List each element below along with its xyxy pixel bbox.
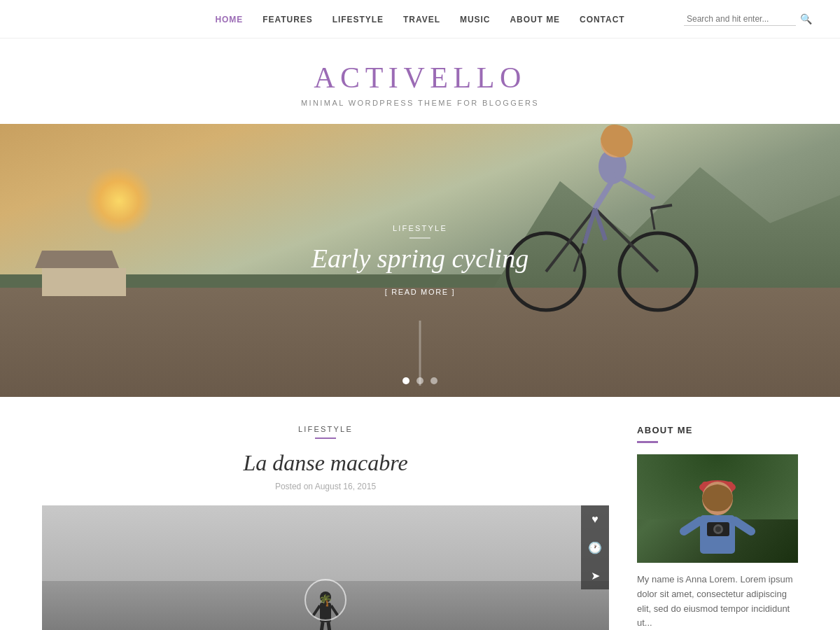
hero-house-roof <box>35 251 119 268</box>
search-icon[interactable]: 🔍 <box>800 13 812 25</box>
heart-icon: ♥ <box>592 513 598 526</box>
nav-item-home[interactable]: HOME <box>215 13 243 25</box>
search-input[interactable] <box>684 13 796 26</box>
svg-line-25 <box>735 521 751 531</box>
nav-link-lifestyle[interactable]: LIFESTYLE <box>332 15 384 24</box>
site-header: ACTIVELLO MINIMAL WORDPRESS THEME FOR BL… <box>0 38 840 124</box>
post-date: Posted on August 16, 2015 <box>42 482 609 491</box>
about-person-svg <box>676 472 760 563</box>
nav-item-music[interactable]: MUSIC <box>460 13 490 25</box>
slider-dot-2[interactable] <box>416 377 424 384</box>
nav-item-aboutme[interactable]: ABOUT ME <box>510 13 560 25</box>
clock-icon: 🕐 <box>588 541 602 554</box>
post-image-bg: 🌴 LA DANSE MACABRE <box>42 505 609 630</box>
main-nav: HOME FEATURES LIFESTYLE TRAVEL MUSIC ABO… <box>0 0 840 38</box>
slider-dots <box>402 377 438 384</box>
slider-dot-1[interactable] <box>402 377 410 384</box>
hero-slider: LIFESTYLE Early spring cycling [ READ MO… <box>0 124 840 397</box>
sidebar-about-text: My name is Anna Lorem. Lorem ipsum dolor… <box>637 573 798 630</box>
nav-link-contact[interactable]: CONTACT <box>580 15 625 24</box>
site-title: ACTIVELLO <box>0 61 840 94</box>
svg-line-10 <box>612 174 654 198</box>
svg-line-6 <box>651 205 672 209</box>
nav-link-travel[interactable]: TRAVEL <box>403 15 440 24</box>
post-category-line <box>315 438 336 439</box>
nav-link-home[interactable]: HOME <box>215 15 243 24</box>
about-image-bg <box>637 454 798 563</box>
nav-item-contact[interactable]: CONTACT <box>580 13 625 25</box>
hero-road-line <box>419 321 421 386</box>
hero-divider <box>410 238 430 239</box>
search-area: 🔍 <box>684 13 812 26</box>
slider-dot-3[interactable] <box>430 377 438 384</box>
hero-readmore-button[interactable]: [ READ MORE ] <box>385 288 455 296</box>
nav-item-travel[interactable]: TRAVEL <box>403 13 440 25</box>
nav-link-aboutme[interactable]: ABOUT ME <box>510 15 560 24</box>
nav-item-lifestyle[interactable]: LIFESTYLE <box>332 13 384 25</box>
sidebar: ABOUT ME <box>637 425 798 630</box>
svg-line-18 <box>321 622 323 630</box>
blog-main: LIFESTYLE La danse macabre Posted on Aug… <box>42 425 609 630</box>
post-image-sky <box>42 505 609 591</box>
share-button[interactable]: ➤ <box>581 561 609 589</box>
hero-category: LIFESTYLE <box>312 224 528 232</box>
svg-line-24 <box>684 521 700 531</box>
sidebar-title-line <box>637 441 658 443</box>
svg-line-11 <box>595 181 612 209</box>
svg-line-19 <box>328 622 330 630</box>
main-content: LIFESTYLE La danse macabre Posted on Aug… <box>0 397 840 630</box>
sidebar-about-image <box>637 454 798 563</box>
like-button[interactable]: ♥ <box>581 505 609 533</box>
svg-point-28 <box>715 526 721 532</box>
hero-house-body <box>42 268 126 296</box>
time-button[interactable]: 🕐 <box>581 533 609 561</box>
sidebar-about-title: ABOUT ME <box>637 425 798 435</box>
nav-links: HOME FEATURES LIFESTYLE TRAVEL MUSIC ABO… <box>215 13 624 25</box>
send-icon: ➤ <box>591 569 600 582</box>
hero-house <box>42 254 126 296</box>
post-image-wrapper: 🌴 LA DANSE MACABRE ♥ 🕐 ➤ <box>42 505 609 630</box>
hero-person-svg <box>504 124 700 321</box>
hero-content: LIFESTYLE Early spring cycling [ READ MO… <box>312 224 528 298</box>
nav-link-features[interactable]: FEATURES <box>262 15 312 24</box>
site-subtitle: MINIMAL WORDPRESS THEME FOR BLOGGERS <box>0 99 840 107</box>
palm-icon: 🌴 <box>318 594 332 607</box>
post-image-actions: ♥ 🕐 ➤ <box>581 505 609 589</box>
post-category: LIFESTYLE <box>42 425 609 433</box>
svg-line-7 <box>651 209 654 230</box>
post-title: La danse macabre <box>42 450 609 476</box>
hero-title: Early spring cycling <box>312 243 528 274</box>
nav-item-features[interactable]: FEATURES <box>262 13 312 25</box>
nav-link-music[interactable]: MUSIC <box>460 15 490 24</box>
post-circle-icon: 🌴 <box>304 579 346 621</box>
